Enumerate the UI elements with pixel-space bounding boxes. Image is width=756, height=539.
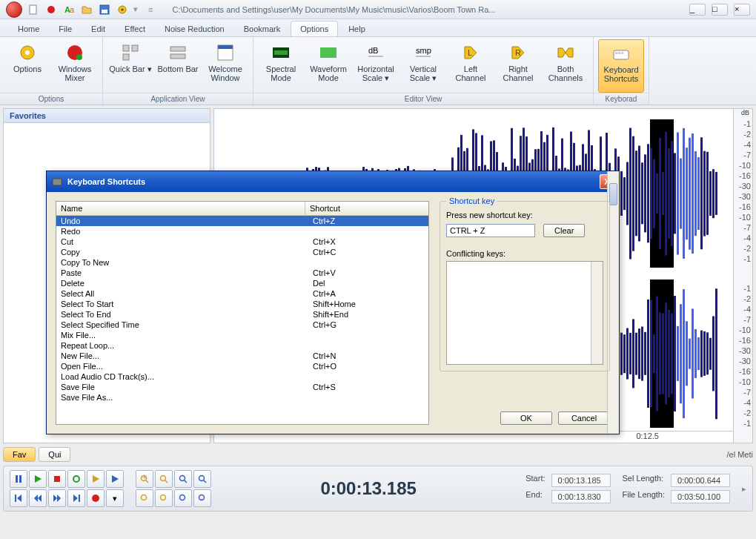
open-folder-icon[interactable]: [80, 3, 93, 16]
stop-button[interactable]: [48, 470, 66, 488]
ribbon-item-both-channels[interactable]: Both Channels: [543, 39, 588, 93]
clear-button[interactable]: Clear: [543, 224, 585, 237]
zoom-h-out-button[interactable]: [193, 489, 211, 507]
favorites-tab[interactable]: Fav: [3, 447, 36, 462]
menu-tab-home[interactable]: Home: [9, 22, 48, 36]
list-row[interactable]: DeleteDel: [56, 278, 428, 288]
ribbon-item-waveform-mode[interactable]: Waveform Mode: [305, 39, 351, 93]
list-row[interactable]: Save FileCtrl+S: [56, 382, 428, 392]
play-selection-button[interactable]: [87, 470, 105, 488]
ribbon-item-keyboard-shortcuts[interactable]: Keyboard Shortcuts: [598, 39, 644, 93]
file-value: 0:03:50.100: [671, 490, 730, 503]
svg-text:a: a: [70, 5, 74, 14]
zoom-out-button[interactable]: [155, 470, 173, 488]
dialog-buttons: OK Cancel: [440, 411, 610, 425]
list-row[interactable]: Select Specified TimeCtrl+G: [56, 320, 428, 330]
menu-tab-bookmark[interactable]: Bookmark: [235, 22, 290, 36]
ribbon-item-spectral-mode[interactable]: Spectral Mode: [258, 39, 304, 93]
svg-rect-32: [16, 475, 18, 483]
ribbon-item-left-channel[interactable]: LLeft Channel: [448, 39, 494, 93]
zoom-h-in-button[interactable]: [174, 489, 192, 507]
list-row[interactable]: Copy To New: [56, 257, 428, 268]
db-tick: -2: [743, 409, 751, 417]
settings-icon[interactable]: [116, 3, 129, 16]
zoom-full-button[interactable]: [193, 470, 211, 488]
svg-rect-20: [274, 50, 288, 55]
list-row[interactable]: CopyCtrl+C: [56, 247, 428, 257]
svg-line-47: [204, 480, 206, 483]
menu-tab-edit[interactable]: Edit: [82, 22, 114, 36]
app-orb[interactable]: [6, 1, 22, 18]
list-row[interactable]: Redo: [56, 226, 428, 237]
ribbon-item-horizontal-scale-[interactable]: dBHorizontal Scale ▾: [353, 39, 399, 93]
svg-line-43: [165, 480, 168, 483]
menu-tab-help[interactable]: Help: [339, 22, 374, 36]
ribbon-item-options[interactable]: Options: [4, 39, 50, 93]
ribbon-item-bottom-bar[interactable]: Bottom Bar: [155, 39, 201, 93]
save-icon[interactable]: [98, 3, 111, 16]
new-file-icon[interactable]: [27, 3, 40, 16]
zoom-v-out-button[interactable]: [155, 489, 173, 507]
list-row[interactable]: Open File...Ctrl+O: [56, 361, 428, 371]
forward-button[interactable]: [48, 489, 66, 507]
list-row[interactable]: Load Audio CD Track(s)...: [56, 371, 428, 382]
list-row[interactable]: CutCtrl+X: [56, 237, 428, 247]
zoom-in-button[interactable]: +: [136, 470, 153, 488]
shortcut-input[interactable]: CTRL + Z: [446, 224, 535, 237]
play-button[interactable]: [29, 470, 47, 488]
maximize-button[interactable]: □: [712, 4, 728, 16]
ribbon-item-right-channel[interactable]: RRight Channel: [495, 39, 541, 93]
row-name: Repeat Loop...: [61, 341, 313, 350]
list-row[interactable]: Select To StartShift+Home: [56, 299, 428, 309]
ok-button[interactable]: OK: [500, 411, 552, 425]
close-button[interactable]: ×: [734, 4, 750, 16]
menu-tab-file[interactable]: File: [50, 22, 81, 36]
column-name[interactable]: Name: [56, 202, 305, 215]
dialog-titlebar[interactable]: Keyboard Shortcuts X: [47, 171, 619, 192]
ribbon-item-quick-bar-[interactable]: Quick Bar ▾: [107, 39, 153, 93]
h-scale-icon: dB: [365, 42, 386, 63]
play-end-button[interactable]: [106, 470, 124, 488]
ribbon-item-label: Right Channel: [495, 65, 541, 82]
list-row[interactable]: Select To EndShift+End: [56, 309, 428, 320]
text-icon[interactable]: Aa: [62, 3, 76, 16]
record-button[interactable]: [87, 489, 105, 507]
ribbon-item-windows-mixer[interactable]: Windows Mixer: [52, 39, 98, 93]
minimize-button[interactable]: _: [689, 4, 706, 16]
dropdown-button[interactable]: ▾: [106, 489, 124, 507]
ribbon-item-welcome-window[interactable]: Welcome Window: [202, 39, 248, 93]
zoom-selection-button[interactable]: [174, 470, 192, 488]
svg-rect-52: [53, 179, 62, 185]
db-tick: -30: [739, 182, 751, 191]
pause-button[interactable]: [10, 470, 27, 488]
menu-tab-effect[interactable]: Effect: [116, 22, 154, 36]
rewind-button[interactable]: [29, 489, 47, 507]
goto-start-button[interactable]: [10, 489, 27, 507]
list-row[interactable]: PasteCtrl+V: [56, 268, 428, 278]
list-body[interactable]: UndoCtrl+ZRedoCutCtrl+XCopyCtrl+CCopy To…: [56, 216, 428, 424]
scrollbar[interactable]: [591, 262, 603, 364]
play-loop-button[interactable]: [67, 470, 85, 488]
list-row[interactable]: Mix File...: [56, 330, 428, 340]
menu-tab-options[interactable]: Options: [291, 21, 338, 36]
svg-rect-33: [19, 475, 21, 483]
menu-tabs: HomeFileEditEffectNoise ReductionBookmar…: [0, 19, 756, 37]
list-row[interactable]: New File...Ctrl+N: [56, 351, 428, 361]
column-shortcut[interactable]: Shortcut: [305, 202, 417, 215]
list-row[interactable]: Save File As...: [56, 392, 428, 403]
goto-end-button[interactable]: [67, 489, 85, 507]
record-icon[interactable]: [44, 3, 58, 16]
ribbon-item-vertical-scale-[interactable]: smpVertical Scale ▾: [400, 39, 446, 93]
cancel-button[interactable]: Cancel: [558, 411, 610, 425]
ribbon-group-label: Application View: [103, 93, 253, 105]
db-tick: -4: [743, 234, 751, 242]
quick-tab[interactable]: Qui: [39, 447, 70, 462]
db-tick: -2: [743, 244, 751, 253]
menu-tab-noise-reduction[interactable]: Noise Reduction: [156, 22, 233, 36]
db-tick: -16: [739, 202, 751, 211]
list-row[interactable]: Select AllCtrl+A: [56, 288, 428, 299]
list-row[interactable]: Repeat Loop...: [56, 340, 428, 351]
zoom-v-in-button[interactable]: [136, 489, 153, 507]
db-tick: -1: [743, 119, 751, 128]
list-row[interactable]: UndoCtrl+Z: [56, 216, 428, 226]
